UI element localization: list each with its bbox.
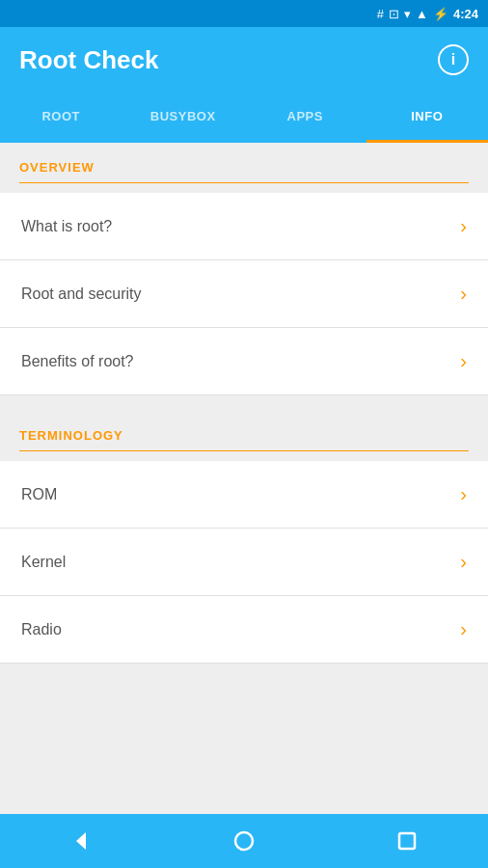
svg-marker-0: [76, 832, 86, 850]
overview-section-header: OVERVIEW: [0, 143, 488, 193]
list-item-kernel[interactable]: Kernel ›: [0, 529, 488, 596]
chevron-right-icon: ›: [460, 350, 467, 372]
wifi-icon: ▾: [404, 7, 411, 21]
status-icons: # ⊡ ▾ ▲ ⚡ 4:24: [377, 7, 478, 21]
main-content: OVERVIEW What is root? › Root and securi…: [0, 143, 488, 814]
svg-point-1: [235, 832, 253, 850]
item-label-kernel: Kernel: [21, 554, 66, 571]
section-gap: [0, 395, 488, 411]
tab-root[interactable]: ROOT: [0, 93, 122, 143]
back-icon: [68, 828, 94, 854]
overview-divider: [19, 182, 469, 183]
status-time: 4:24: [453, 7, 478, 21]
bottom-nav: [0, 814, 488, 868]
chevron-right-icon: ›: [460, 618, 467, 640]
terminology-section-header: TERMINOLOGY: [0, 411, 488, 461]
tabs-bar: ROOT BUSYBOX APPS INFO: [0, 93, 488, 143]
item-label-root-and-security: Root and security: [21, 285, 142, 303]
list-item-rom[interactable]: ROM ›: [0, 461, 488, 529]
svg-rect-2: [399, 833, 415, 849]
home-icon: [231, 828, 257, 854]
list-item-root-and-security[interactable]: Root and security ›: [0, 260, 488, 328]
list-item-what-is-root[interactable]: What is root? ›: [0, 193, 488, 260]
battery-icon: ⚡: [433, 7, 448, 21]
item-label-what-is-root: What is root?: [21, 218, 112, 235]
app-title: Root Check: [19, 45, 158, 75]
status-bar: # ⊡ ▾ ▲ ⚡ 4:24: [0, 0, 488, 27]
recents-icon: [394, 828, 420, 854]
terminology-title: TERMINOLOGY: [19, 428, 469, 443]
item-label-benefits-of-root: Benefits of root?: [21, 353, 134, 370]
vibrate-icon: ⊡: [389, 7, 399, 21]
chevron-right-icon: ›: [460, 283, 467, 305]
chevron-right-icon: ›: [460, 551, 467, 573]
nav-back-button[interactable]: [68, 828, 94, 854]
chevron-right-icon: ›: [460, 483, 467, 505]
list-item-benefits-of-root[interactable]: Benefits of root? ›: [0, 328, 488, 395]
tab-busybox[interactable]: BUSYBOX: [122, 93, 245, 143]
nav-recents-button[interactable]: [394, 828, 420, 854]
signal-icon: ▲: [416, 7, 428, 21]
tab-info[interactable]: INFO: [366, 93, 489, 143]
tab-apps[interactable]: APPS: [244, 93, 366, 143]
chevron-right-icon: ›: [460, 215, 467, 237]
nav-home-button[interactable]: [231, 828, 257, 854]
terminology-divider: [19, 450, 469, 451]
item-label-rom: ROM: [21, 486, 57, 503]
item-label-radio: Radio: [21, 621, 62, 638]
info-button[interactable]: i: [438, 44, 469, 75]
app-bar: Root Check i: [0, 27, 488, 93]
hash-icon: #: [377, 7, 384, 21]
overview-title: OVERVIEW: [19, 160, 469, 175]
list-item-radio[interactable]: Radio ›: [0, 596, 488, 664]
